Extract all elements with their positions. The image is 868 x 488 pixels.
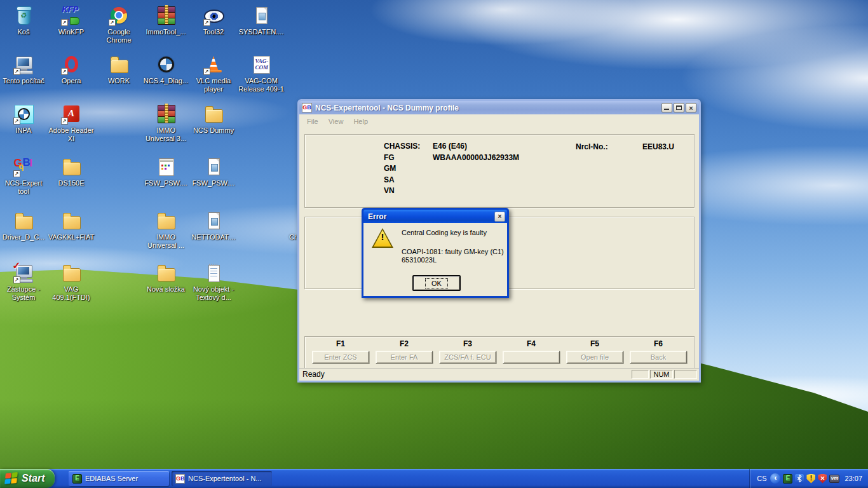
desktop-icon-image (203, 156, 224, 177)
desktop-icon[interactable]: Adobe Reader XI (48, 104, 95, 143)
desktop-icon-label: VLC media player (190, 77, 237, 93)
tray-icon[interactable]: E (783, 474, 792, 484)
desktop-icon[interactable]: VAGKKL+FIAT (48, 210, 95, 241)
desktop-icon[interactable]: VAG 409.1(FTDI) (48, 262, 95, 302)
desktop-icon[interactable]: IMMO Universal 3... (142, 104, 189, 143)
menu-item[interactable]: View (324, 116, 348, 126)
ok-button[interactable]: OK (412, 275, 461, 291)
desktop-icon-image (251, 5, 272, 26)
caption-buttons: × (661, 103, 696, 112)
function-key-button[interactable] (503, 351, 560, 363)
taskbar-window-button[interactable]: GB NCS-Expertentool - N... (172, 471, 272, 486)
desktop-icon-image (61, 262, 82, 283)
desktop-icon-label: Tento počítač (3, 77, 44, 85)
desktop-icon[interactable]: Google Chrome (95, 5, 142, 44)
function-key-label: F5 (590, 339, 599, 348)
desktop-icon[interactable]: WORK (95, 54, 142, 85)
language-indicator[interactable]: CS (757, 475, 766, 482)
windows-logo-icon (4, 472, 18, 485)
desktop-icon[interactable]: Opera (48, 54, 95, 85)
vehicle-info-label: VN (384, 186, 395, 195)
desktop-icon-label: FSW_PSW.... (144, 179, 187, 187)
menu-item[interactable]: Help (349, 116, 372, 126)
desktop-icon[interactable]: WinKFP (48, 5, 95, 36)
desktop-icon-image (61, 54, 82, 75)
desktop-icon[interactable]: FSW_PSW.... (190, 156, 237, 187)
desktop-icon-image (61, 156, 82, 177)
desktop-icon-label: Opera (62, 77, 81, 85)
function-key-button[interactable]: Enter ZCS (312, 351, 369, 363)
tray-icon[interactable]: ‹ (770, 473, 780, 484)
menu-bar: File View Help (299, 114, 699, 128)
desktop-icon[interactable]: Koš (0, 5, 47, 36)
vehicle-info-rows: CHASSIS: E46 (E46) FG WBAAA00000JJ62933M… (305, 142, 694, 198)
desktop-icon-label: Koš (18, 28, 30, 36)
desktop-icon[interactable]: Tool32 (190, 5, 237, 36)
maximize-button[interactable] (674, 103, 684, 112)
function-key-button[interactable]: Enter FA (376, 351, 433, 363)
desktop-icon[interactable]: VAG-COM Release 409-1 (238, 54, 285, 93)
desktop-icon-label: FSW_PSW.... (192, 179, 234, 187)
desktop-icon[interactable]: NETTODAT.... (190, 210, 237, 241)
desktop-icon-label: Adobe Reader XI (48, 126, 95, 143)
desktop-icon[interactable]: Nová složka (142, 262, 189, 294)
desktop-icon[interactable]: INPA (0, 104, 47, 135)
desktop-icon[interactable]: Nový objekt - Textový d... (190, 262, 237, 302)
desktop-icon[interactable]: FSW_PSW.... (142, 156, 189, 187)
desktop-icon[interactable]: NCS.4_Diag... (142, 54, 189, 85)
function-key-label: F4 (527, 339, 536, 348)
error-dialog-titlebar[interactable]: Error × (363, 210, 507, 223)
function-key-label: F6 (654, 339, 663, 348)
tray-icon[interactable]: ✕ (818, 474, 827, 484)
nrcl-number-value: EEU83.U (642, 142, 674, 151)
function-key-button[interactable]: ZCS/FA f. ECU (439, 351, 496, 363)
taskbar-window-buttons: E EDIABAS Server GB NCS-Expertentool - N… (69, 471, 272, 486)
window-titlebar[interactable]: GB NCS-Expertentool - NCS Dummy profile … (299, 101, 699, 114)
desktop-icon-image (61, 5, 82, 26)
desktop-icon-label: WinKFP (58, 28, 84, 36)
desktop-icon[interactable]: ✓ Zástupce - Systém (0, 262, 47, 302)
desktop-icon[interactable]: Driver_D_C... (0, 210, 47, 241)
vehicle-info-row: GM (305, 164, 694, 175)
start-button[interactable]: Start (0, 469, 55, 488)
status-text: Ready (302, 370, 325, 379)
taskbar-window-button[interactable]: E EDIABAS Server (69, 471, 169, 486)
desktop-icon[interactable]: ImmoTool_... (142, 5, 189, 36)
close-button[interactable]: × (686, 103, 696, 112)
start-button-label: Start (22, 473, 44, 484)
desktop-icon-label: INPA (16, 126, 32, 135)
error-dialog-body: ! Central Coding key is faulty COAPI-108… (363, 223, 507, 296)
desktop-icon-label: NETTODAT.... (191, 233, 235, 241)
taskbar-button-icon: GB (175, 474, 185, 484)
minimize-button[interactable] (661, 103, 672, 112)
desktop-icon[interactable]: GqBI NCS-Expert tool (0, 156, 47, 196)
error-close-icon[interactable]: × (494, 212, 505, 222)
desktop-icon[interactable]: NCS Dummy (190, 104, 237, 135)
desktop-icon-image (61, 210, 82, 231)
menu-item[interactable]: File (302, 116, 323, 126)
function-key-button[interactable]: Open file (566, 351, 623, 363)
app-icon: GB (302, 103, 312, 112)
desktop-icon-image (156, 210, 177, 231)
error-dialog: Error × ! Central Coding key is faulty C… (362, 208, 509, 298)
desktop-icon[interactable]: VLC media player (190, 54, 237, 93)
tray-icon[interactable]: ! (806, 474, 815, 484)
desktop-icon-label: WORK (108, 77, 130, 85)
desktop-icon-image (203, 54, 224, 75)
clock[interactable]: 23:07 (844, 475, 862, 482)
desktop-icon-image (203, 5, 224, 26)
function-key-cell: F1 Enter ZCS (309, 339, 372, 369)
tray-icon[interactable]: vm (829, 475, 839, 483)
desktop-icon[interactable]: Tento počítač (0, 54, 47, 85)
function-key-cell: F6 Back (627, 339, 690, 369)
desktop-icon[interactable]: IMMO Universal ... (142, 210, 189, 250)
function-key-cell: F2 Enter FA (372, 339, 436, 369)
desktop-icon-image (203, 104, 224, 125)
desktop-icon-label: VAGKKL+FIAT (48, 233, 95, 241)
desktop-icon[interactable]: SYSDATEN.... (238, 5, 285, 36)
tray-icon[interactable] (795, 474, 804, 484)
function-key-button[interactable]: Back (630, 351, 687, 363)
desktop-icon[interactable]: DS150E (48, 156, 95, 187)
desktop-icon-label: NCS-Expert tool (0, 179, 47, 196)
taskbar-button-label: EDIABAS Server (85, 475, 165, 482)
